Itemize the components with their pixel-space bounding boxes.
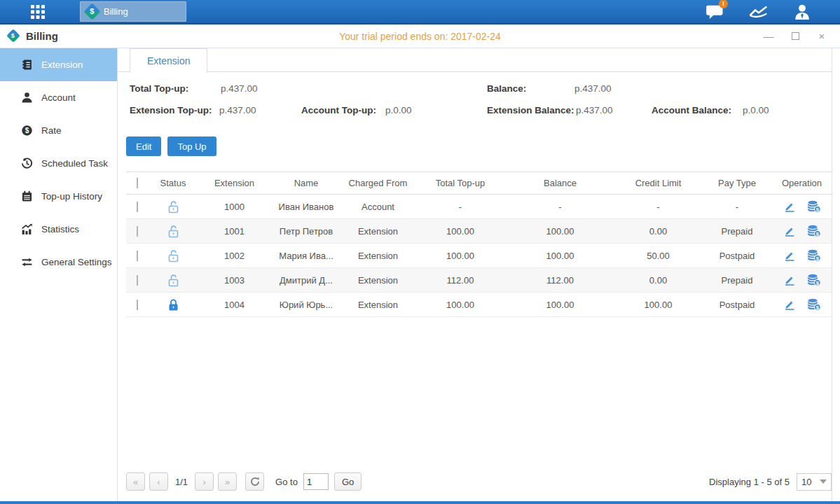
taskbar-item-billing[interactable]: $ Billing: [80, 1, 186, 22]
row-checkbox[interactable]: [137, 251, 138, 261]
table-row: 1000Иван ИвановAccount----$: [126, 195, 832, 219]
extensions-table: Status Extension Name Charged From Total…: [126, 172, 832, 317]
maximize-button[interactable]: [792, 32, 799, 40]
first-page-button[interactable]: «: [126, 472, 145, 491]
top-up-icon[interactable]: $: [807, 225, 821, 237]
sidebar-item-statistics[interactable]: Statistics: [0, 213, 117, 246]
sidebar-item-label: General Settings: [41, 257, 112, 267]
cell-pay-type: Prepaid: [702, 226, 772, 237]
close-button[interactable]: ×: [816, 31, 827, 41]
column-header-operation: Operation: [772, 178, 832, 188]
cell-name: Иван Иванов: [271, 202, 341, 212]
column-header-balance: Balance: [506, 178, 614, 188]
window-title-bar: $ Billing Your trial period ends on: 201…: [0, 24, 840, 48]
edit-button[interactable]: Edit: [126, 136, 161, 156]
sidebar-item-label: Rate: [41, 125, 62, 136]
person-icon: [793, 3, 811, 21]
top-up-icon[interactable]: $: [807, 249, 821, 262]
cell-name: Юрий Юрь...: [271, 300, 341, 310]
goto-page-input[interactable]: [303, 473, 329, 490]
cell-total-topup: 100.00: [415, 251, 506, 261]
messages-button[interactable]: !: [704, 3, 727, 21]
window-title: Billing: [26, 30, 58, 42]
sidebar-item-label: Scheduled Task: [41, 158, 108, 169]
top-up-icon[interactable]: $: [807, 200, 821, 213]
table-row: 1004Юрий Юрь...Extension100.00100.00100.…: [126, 293, 832, 317]
tab-extension[interactable]: Extension: [130, 48, 207, 73]
refresh-button[interactable]: [245, 472, 264, 491]
row-checkbox[interactable]: [137, 202, 138, 212]
edit-icon[interactable]: [783, 249, 796, 262]
sidebar-item-general-settings[interactable]: General Settings: [0, 246, 117, 279]
status-cell: [149, 200, 198, 214]
edit-icon[interactable]: [783, 225, 796, 237]
main-content: Extension Total Top-up: p.437.00 Balance…: [118, 48, 832, 501]
row-checkbox[interactable]: [137, 226, 138, 237]
cell-extension: 1003: [198, 275, 271, 286]
extension-topup-label: Extension Top-up:: [130, 105, 212, 115]
sidebar-item-rate[interactable]: $ Rate: [0, 114, 117, 147]
edit-icon[interactable]: [783, 298, 796, 311]
cell-credit-limit: 100.00: [614, 300, 702, 310]
balance-value: p.437.00: [574, 83, 612, 94]
cell-balance: 112.00: [506, 275, 614, 286]
table-row: 1003Дмитрий Д...Extension112.00112.000.0…: [126, 268, 832, 293]
prev-page-button[interactable]: ‹: [149, 472, 168, 491]
sidebar-item-extension[interactable]: Extension: [0, 48, 117, 81]
notification-badge: !: [719, 0, 728, 8]
os-top-bar: $ Billing !: [0, 0, 840, 24]
cell-name: Петр Петров: [271, 226, 341, 237]
grid-icon: [29, 4, 46, 20]
column-header-name: Name: [271, 178, 341, 188]
cell-balance: 100.00: [506, 300, 614, 310]
top-up-icon[interactable]: $: [807, 274, 821, 286]
svg-text:$: $: [25, 127, 29, 134]
sidebar-item-label: Extension: [41, 59, 83, 70]
cell-credit-limit: 0.00: [614, 275, 702, 286]
monitor-button[interactable]: [748, 3, 770, 21]
page-size-select[interactable]: 10: [797, 473, 832, 491]
user-button[interactable]: [791, 3, 813, 21]
operation-cell: $: [772, 274, 832, 286]
unlocked-icon: [167, 274, 179, 287]
last-page-button[interactable]: »: [218, 472, 237, 491]
column-header-total-topup: Total Top-up: [415, 178, 506, 188]
cell-charged-from: Account: [341, 202, 415, 212]
account-topup-value: p.0.00: [385, 105, 412, 115]
status-cell: [149, 225, 198, 238]
cell-balance: 100.00: [506, 226, 614, 237]
row-checkbox[interactable]: [137, 275, 138, 286]
apps-grid-icon[interactable]: [28, 2, 48, 22]
extension-balance-value: p.437.00: [576, 105, 613, 115]
top-up-button[interactable]: Top Up: [167, 136, 216, 156]
edit-icon[interactable]: [783, 200, 796, 213]
minimize-button[interactable]: —: [763, 31, 774, 41]
billing-window-icon: $: [8, 31, 19, 41]
clock-history-icon: [21, 158, 33, 169]
edit-icon[interactable]: [783, 274, 796, 286]
select-all-checkbox[interactable]: [137, 178, 138, 188]
bar-chart-icon: [21, 223, 33, 235]
next-page-button[interactable]: ›: [195, 472, 214, 491]
cell-pay-type: -: [702, 202, 772, 212]
status-cell: [149, 274, 198, 287]
ledger-icon: [21, 59, 33, 71]
go-button[interactable]: Go: [334, 472, 362, 491]
top-up-icon[interactable]: $: [807, 298, 821, 311]
cell-total-topup: 100.00: [415, 226, 506, 237]
sidebar-item-account[interactable]: Account: [0, 81, 117, 114]
cell-name: Мария Ива...: [271, 251, 341, 261]
person-icon: [21, 92, 33, 104]
cell-credit-limit: 50.00: [614, 251, 702, 261]
cell-pay-type: Postpaid: [702, 251, 772, 261]
row-checkbox[interactable]: [137, 300, 138, 310]
unlocked-icon: [167, 225, 179, 238]
window-bottom-edge: [0, 501, 840, 504]
dollar-circle-icon: $: [21, 125, 33, 136]
unlocked-icon: [167, 249, 179, 262]
table-header-row: Status Extension Name Charged From Total…: [126, 172, 832, 195]
sidebar-item-scheduled-task[interactable]: Scheduled Task: [0, 147, 117, 180]
cell-total-topup: -: [415, 202, 506, 212]
sidebar-item-topup-history[interactable]: Top-up History: [0, 180, 117, 213]
displaying-text: Displaying 1 - 5 of 5: [709, 477, 790, 487]
